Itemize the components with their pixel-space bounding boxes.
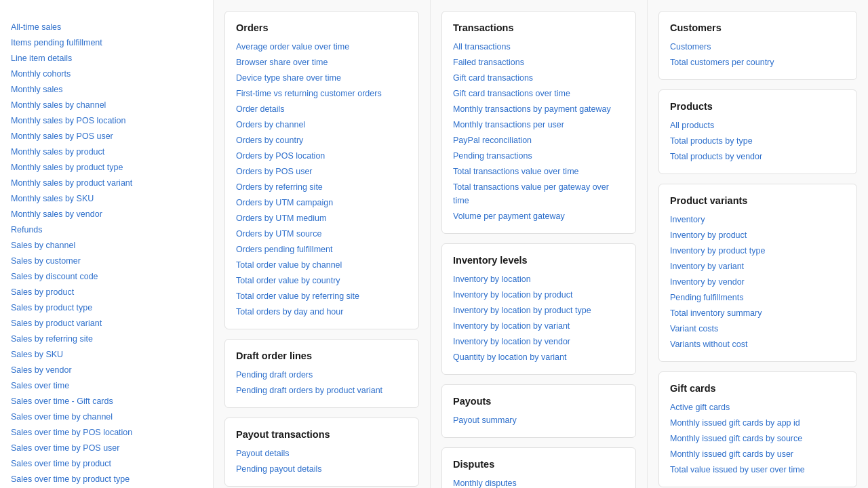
section-link[interactable]: Monthly transactions by payment gateway — [453, 102, 625, 116]
section-link[interactable]: Total order value by country — [236, 274, 408, 287]
section-link[interactable]: Quantity by location by variant — [453, 350, 625, 364]
order-lines-link[interactable]: Sales by channel — [11, 239, 202, 252]
section-link[interactable]: Monthly issued gift cards by source — [670, 432, 846, 445]
section-link[interactable]: Total orders by day and hour — [236, 305, 408, 319]
section-link[interactable]: Monthly issued gift cards by user — [670, 447, 846, 461]
list-item: Monthly sales by vendor — [11, 207, 202, 221]
section-link[interactable]: Pending draft orders — [236, 368, 408, 382]
order-lines-link[interactable]: Sales over time by channel — [11, 410, 202, 424]
order-lines-link[interactable]: Monthly cohorts — [11, 67, 202, 81]
section-link[interactable]: Volume per payment gateway — [453, 209, 625, 223]
section-link[interactable]: Orders by country — [236, 134, 408, 147]
section-link[interactable]: First-time vs returning customer orders — [236, 87, 408, 100]
section-link-list: InventoryInventory by productInventory b… — [670, 213, 846, 351]
list-item: Inventory by location — [453, 272, 625, 286]
order-lines-link[interactable]: Sales over time by POS location — [11, 426, 202, 439]
section-link[interactable]: Orders by referring site — [236, 180, 408, 194]
section-link[interactable]: Variants without cost — [670, 338, 846, 351]
section-link-list: Monthly disputesPending disputes — [453, 476, 625, 488]
order-lines-link[interactable]: Monthly sales by SKU — [11, 192, 202, 205]
order-lines-link[interactable]: Monthly sales by vendor — [11, 207, 202, 221]
section-link[interactable]: Pending transactions — [453, 149, 625, 163]
order-lines-link[interactable]: Sales by product variant — [11, 317, 202, 330]
section-link[interactable]: Monthly transactions per user — [453, 118, 625, 131]
order-lines-link[interactable]: Sales by product type — [11, 301, 202, 314]
section-link[interactable]: Inventory by product type — [670, 244, 846, 258]
section-link[interactable]: Total products by type — [670, 134, 846, 148]
section-link[interactable]: Payout summary — [453, 413, 625, 427]
order-lines-link[interactable]: Sales by vendor — [11, 363, 202, 377]
order-lines-link[interactable]: All-time sales — [11, 20, 202, 34]
section-link[interactable]: Variant costs — [670, 322, 846, 336]
section-link[interactable]: Orders by POS location — [236, 149, 408, 163]
section-link[interactable]: PayPal reconciliation — [453, 134, 625, 147]
section-link[interactable]: Pending fulfillments — [670, 291, 846, 304]
section-link[interactable]: All products — [670, 119, 846, 132]
section-link[interactable]: Browser share over time — [236, 56, 408, 69]
order-lines-link[interactable]: Sales by customer — [11, 254, 202, 268]
order-lines-link[interactable]: Monthly sales — [11, 83, 202, 96]
order-lines-link[interactable]: Sales by product — [11, 285, 202, 299]
section-link[interactable]: Orders pending fulfillment — [236, 243, 408, 256]
list-item: Monthly issued gift cards by source — [670, 432, 846, 445]
section-link[interactable]: Total transactions value per gateway ove… — [453, 180, 625, 207]
order-lines-link[interactable]: Monthly sales by product — [11, 145, 202, 159]
section-link[interactable]: Inventory by location — [453, 272, 625, 286]
section-link[interactable]: Inventory by product — [670, 228, 846, 242]
order-lines-link[interactable]: Sales over time by POS user — [11, 441, 202, 455]
list-item: Active gift cards — [670, 401, 846, 414]
list-item: Orders by POS location — [236, 149, 408, 163]
section-link[interactable]: All transactions — [453, 40, 625, 54]
section-link[interactable]: Device type share over time — [236, 71, 408, 85]
order-lines-link[interactable]: Sales over time — [11, 379, 202, 392]
section-link[interactable]: Total value issued by user over time — [670, 463, 846, 476]
order-lines-link[interactable]: Sales by discount code — [11, 270, 202, 283]
section-link[interactable]: Order details — [236, 102, 408, 116]
section-link[interactable]: Monthly issued gift cards by app id — [670, 416, 846, 430]
section-link[interactable]: Orders by UTM campaign — [236, 196, 408, 209]
order-lines-link[interactable]: Monthly sales by POS user — [11, 129, 202, 143]
order-lines-link[interactable]: Sales over time by product — [11, 457, 202, 470]
section-link[interactable]: Total order value by referring site — [236, 289, 408, 303]
order-lines-link[interactable]: Refunds — [11, 223, 202, 237]
order-lines-link[interactable]: Items pending fulfillment — [11, 36, 202, 49]
order-lines-link[interactable]: Sales over time - Gift cards — [11, 394, 202, 408]
section-link[interactable]: Orders by UTM medium — [236, 211, 408, 225]
section-link[interactable]: Orders by UTM source — [236, 227, 408, 241]
section-link[interactable]: Inventory by vendor — [670, 275, 846, 289]
list-item: Sales by product type — [11, 301, 202, 314]
order-lines-link[interactable]: Monthly sales by POS location — [11, 114, 202, 127]
order-lines-link[interactable]: Monthly sales by channel — [11, 98, 202, 112]
section-link[interactable]: Average order value over time — [236, 40, 408, 54]
section-link[interactable]: Customers — [670, 40, 846, 54]
section-link[interactable]: Inventory by location by product type — [453, 304, 625, 317]
section-link[interactable]: Inventory — [670, 213, 846, 226]
section-link[interactable]: Total order value by channel — [236, 258, 408, 272]
section-link[interactable]: Total inventory summary — [670, 306, 846, 320]
order-lines-link[interactable]: Sales by SKU — [11, 348, 202, 361]
section-link[interactable]: Gift card transactions — [453, 71, 625, 85]
section-link[interactable]: Total customers per country — [670, 56, 846, 69]
section-card: PayoutsPayout summary — [441, 384, 636, 438]
order-lines-link[interactable]: Sales over time by product type — [11, 472, 202, 486]
section-link[interactable]: Inventory by location by vendor — [453, 335, 625, 348]
section-link[interactable]: Inventory by variant — [670, 260, 846, 273]
section-link[interactable]: Total products by vendor — [670, 150, 846, 163]
section-link[interactable]: Payout details — [236, 447, 408, 460]
section-link[interactable]: Gift card transactions over time — [453, 87, 625, 100]
section-link[interactable]: Orders by channel — [236, 118, 408, 131]
order-lines-link[interactable]: Sales by referring site — [11, 332, 202, 346]
order-lines-link[interactable]: Line item details — [11, 52, 202, 65]
section-link[interactable]: Pending draft orders by product variant — [236, 384, 408, 397]
list-item: Monthly issued gift cards by user — [670, 447, 846, 461]
order-lines-link[interactable]: Monthly sales by product type — [11, 161, 202, 174]
section-link[interactable]: Active gift cards — [670, 401, 846, 414]
section-link[interactable]: Orders by POS user — [236, 165, 408, 178]
section-link[interactable]: Pending payout details — [236, 462, 408, 476]
section-link[interactable]: Total transactions value over time — [453, 165, 625, 178]
section-link[interactable]: Failed transactions — [453, 56, 625, 69]
section-link[interactable]: Inventory by location by product — [453, 288, 625, 302]
section-link[interactable]: Inventory by location by variant — [453, 319, 625, 333]
section-link[interactable]: Monthly disputes — [453, 476, 625, 488]
order-lines-link[interactable]: Monthly sales by product variant — [11, 176, 202, 190]
